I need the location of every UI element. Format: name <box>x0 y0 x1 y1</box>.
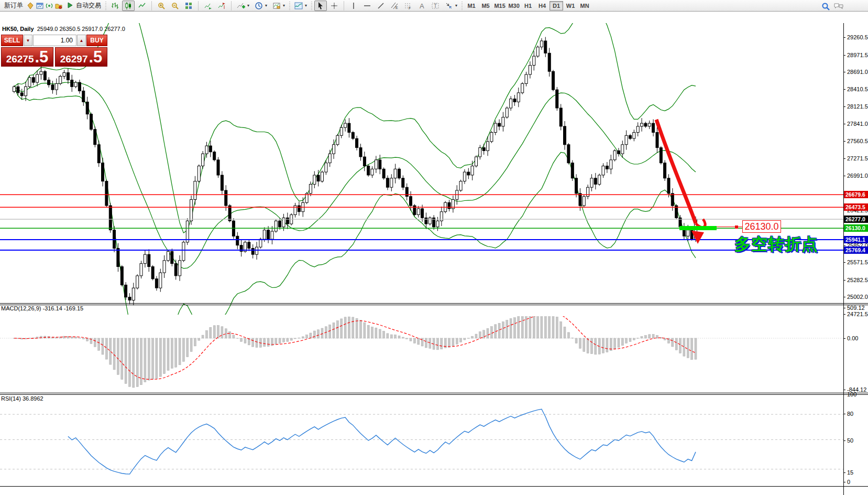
indicator-scale-label: 0.00 <box>847 335 858 341</box>
volume-input[interactable] <box>33 35 76 46</box>
pane-separator[interactable] <box>0 303 868 304</box>
pane-separator[interactable] <box>0 394 868 395</box>
buy-price: 26297 <box>60 53 88 65</box>
price-axis-tick <box>843 106 845 107</box>
chart-type-button[interactable]: ▾ <box>292 1 309 11</box>
green-highlight-bar[interactable] <box>679 226 717 230</box>
new-order-button[interactable]: 新订单 <box>2 1 25 11</box>
price-axis-tick <box>843 314 845 315</box>
timeframe-d1[interactable]: D1 <box>550 1 563 10</box>
autotrading-button[interactable]: 自动交易 <box>64 1 103 11</box>
price-tick-label: 27560.5 <box>847 138 868 144</box>
arrows-button[interactable]: ▾ <box>443 1 459 11</box>
volume-increase-button[interactable]: ▲ <box>77 35 86 46</box>
zoom-out-button[interactable] <box>169 1 181 11</box>
periods-dropdown-caret[interactable]: ▾ <box>265 3 267 8</box>
text-button[interactable]: A <box>415 1 428 11</box>
timeframe-group: M1M5M15M30H1H4D1W1MN <box>465 1 591 10</box>
cursor-button[interactable] <box>314 1 327 11</box>
timeframe-h1[interactable]: H1 <box>521 1 535 10</box>
buy-price-box[interactable]: 26297 .5 <box>55 47 107 67</box>
price-axis-tick <box>843 176 845 176</box>
svg-text:E: E <box>395 6 398 9</box>
price-tick-label: 25282.5 <box>847 277 868 283</box>
price-tick-label: 28971.5 <box>847 52 868 58</box>
price-tick-label: 24721.5 <box>847 311 868 317</box>
price-axis-line[interactable] <box>843 23 844 495</box>
market-watch-icon[interactable] <box>45 2 53 10</box>
rsi-indicator-pane[interactable] <box>0 406 843 495</box>
bar-chart-button[interactable] <box>108 1 121 11</box>
vertical-line-button[interactable] <box>347 1 360 11</box>
toolbar-right-group <box>821 2 842 10</box>
templates-button[interactable]: ▾ <box>270 1 287 11</box>
fibonacci-button[interactable]: F <box>402 1 414 11</box>
indicator-scale-tick <box>843 482 845 482</box>
timeframe-w1[interactable]: W1 <box>564 1 577 10</box>
price-tag-label[interactable]: 26130.0 <box>742 220 781 233</box>
price-tick-label: 27841.0 <box>847 121 868 127</box>
timeframe-m1[interactable]: M1 <box>465 1 478 10</box>
buy-button[interactable]: BUY <box>86 35 107 46</box>
sell-price-fraction: .5 <box>35 48 48 67</box>
one-click-trading-panel: SELL ▼ ▲ BUY 26275 .5 26297 .5 <box>1 35 107 67</box>
timeframe-mn[interactable]: MN <box>578 1 591 10</box>
indicators-button[interactable]: ▾ <box>235 1 251 11</box>
indicator-scale-tick <box>843 390 845 390</box>
price-axis-tick <box>843 37 845 38</box>
horizontal-line-button[interactable] <box>361 1 373 11</box>
price-badge: 26679.6 <box>844 191 868 198</box>
price-tick-label: 28410.5 <box>847 86 868 92</box>
sell-button[interactable]: SELL <box>1 35 23 46</box>
price-badge: 25769.4 <box>844 246 868 254</box>
zoom-in-button[interactable] <box>155 1 168 11</box>
main-price-chart[interactable] <box>0 23 843 315</box>
macd-indicator-pane[interactable] <box>0 316 843 404</box>
search-icon[interactable] <box>821 2 829 10</box>
price-tag-anchor[interactable] <box>735 225 738 229</box>
indicator-scale-tick <box>843 394 845 395</box>
line-chart-button[interactable] <box>136 1 148 11</box>
chart-type-dropdown-caret[interactable]: ▾ <box>305 3 307 8</box>
indicators-dropdown-caret[interactable]: ▾ <box>247 3 249 8</box>
timeframe-m5[interactable]: M5 <box>479 1 492 10</box>
navigator-icon[interactable] <box>54 2 63 10</box>
templates-dropdown-caret[interactable]: ▾ <box>283 3 285 8</box>
svg-text:T: T <box>434 3 437 9</box>
trendline-button[interactable] <box>375 1 387 11</box>
indicator-scale-label: 80 <box>847 411 853 417</box>
price-axis-tick <box>843 72 845 72</box>
price-axis-tick <box>843 297 845 297</box>
svg-text:F: F <box>409 6 411 10</box>
indicator-scale-label: 0 <box>847 479 850 485</box>
price-tick-label: 29260.5 <box>847 34 868 40</box>
volume-decrease-button[interactable]: ▼ <box>24 35 32 46</box>
timeframe-m30[interactable]: M30 <box>507 1 521 10</box>
buy-price-fraction: .5 <box>89 48 102 67</box>
sell-price-box[interactable]: 26275 .5 <box>1 47 53 67</box>
tile-windows-button[interactable] <box>182 1 195 11</box>
crosshair-button[interactable] <box>328 1 340 11</box>
price-tick-label: 28121.5 <box>847 103 868 110</box>
indicator-scale-label: 15 <box>847 469 853 476</box>
gem-icon[interactable] <box>26 2 35 10</box>
new-chart-icon[interactable] <box>36 2 44 10</box>
arrows-dropdown-caret[interactable]: ▾ <box>455 3 457 8</box>
indicator-scale-tick <box>843 414 845 414</box>
equidistant-channel-button[interactable]: E <box>388 1 401 11</box>
turning-point-note[interactable]: 多空转折点 <box>734 233 818 255</box>
chat-icon[interactable] <box>833 2 842 10</box>
periods-button[interactable]: ▾ <box>252 1 269 11</box>
pane-separator[interactable] <box>0 305 868 305</box>
chart-shift-button[interactable] <box>215 1 228 11</box>
price-badge: 26277.0 <box>844 216 868 223</box>
text-label-button[interactable]: T <box>429 1 442 11</box>
price-badge: 25941.1 <box>844 236 868 243</box>
indicator-scale-tick <box>843 308 845 308</box>
timeframe-m15[interactable]: M15 <box>493 1 507 10</box>
auto-scroll-button[interactable] <box>202 1 214 11</box>
price-tick-label: 25002.0 <box>847 294 868 300</box>
timeframe-h4[interactable]: H4 <box>535 1 549 10</box>
pane-separator[interactable] <box>0 393 868 393</box>
candlestick-chart-button[interactable] <box>122 1 135 11</box>
